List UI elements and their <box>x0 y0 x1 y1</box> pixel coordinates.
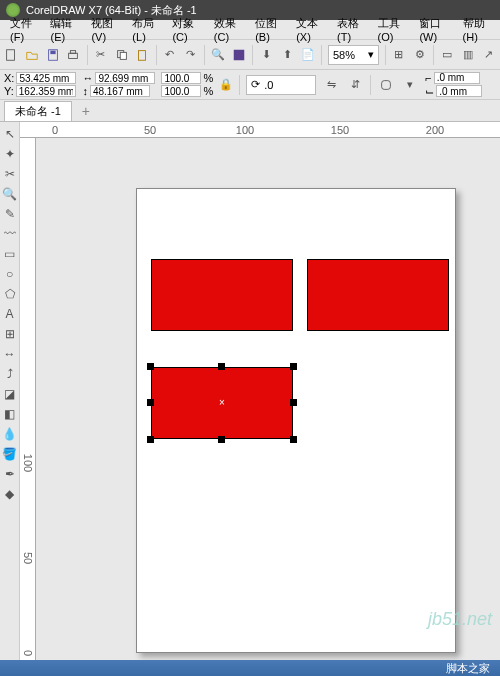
shape-rectangle-1[interactable] <box>151 259 293 331</box>
rotation-input[interactable]: ⟳.0 <box>246 75 316 95</box>
scale-x-input[interactable] <box>161 72 201 84</box>
open-icon[interactable] <box>25 46 40 64</box>
svg-rect-3 <box>69 53 78 58</box>
menu-help[interactable]: 帮助(H) <box>457 14 496 45</box>
mirror-v-icon[interactable]: ⇵ <box>346 76 364 94</box>
handle-bm[interactable] <box>218 436 225 443</box>
ellipse-tool-icon[interactable]: ○ <box>2 266 18 282</box>
pick-tool-icon[interactable]: ↖ <box>2 126 18 142</box>
menu-tools[interactable]: 工具(O) <box>372 14 412 45</box>
footer-bar: 脚本之家 <box>0 660 500 676</box>
handle-br[interactable] <box>290 436 297 443</box>
menu-window[interactable]: 窗口(W) <box>413 14 454 45</box>
corner-tl-input[interactable] <box>434 72 480 84</box>
handle-tl[interactable] <box>147 363 154 370</box>
dimension-tool-icon[interactable]: ↔ <box>2 346 18 362</box>
menu-layout[interactable]: 布局(L) <box>126 14 164 45</box>
height-input[interactable] <box>90 85 150 97</box>
rotate-icon: ⟳ <box>251 78 260 91</box>
lock-ratio-icon[interactable]: 🔒 <box>219 78 233 92</box>
connector-tool-icon[interactable]: ⤴ <box>2 366 18 382</box>
snap-icon[interactable]: ⊞ <box>392 46 407 64</box>
launch-icon[interactable] <box>231 46 246 64</box>
undo-icon[interactable]: ↶ <box>163 46 178 64</box>
width-icon: ↔ <box>82 72 93 84</box>
separator <box>156 45 157 65</box>
eyedropper-tool-icon[interactable]: 💧 <box>2 426 18 442</box>
print-icon[interactable] <box>66 46 81 64</box>
menu-edit[interactable]: 编辑(E) <box>44 14 83 45</box>
menu-file[interactable]: 文件(F) <box>4 14 42 45</box>
zoom-level[interactable]: 58%▾ <box>328 45 379 65</box>
align-icon[interactable]: ▭ <box>440 46 455 64</box>
height-icon: ↕ <box>82 85 88 97</box>
position-group: X: Y: <box>4 72 76 97</box>
mirror-h-icon[interactable]: ⇋ <box>322 76 340 94</box>
scale-group: % % <box>161 72 213 97</box>
selection-center-icon[interactable]: × <box>218 399 226 407</box>
handle-mr[interactable] <box>290 399 297 406</box>
save-icon[interactable] <box>45 46 60 64</box>
handle-tr[interactable] <box>290 363 297 370</box>
text-tool-icon[interactable]: A <box>2 306 18 322</box>
watermark: jb51.net <box>428 609 492 630</box>
table-tool-icon[interactable]: ⊞ <box>2 326 18 342</box>
separator <box>321 45 322 65</box>
polygon-tool-icon[interactable]: ⬠ <box>2 286 18 302</box>
menu-table[interactable]: 表格(T) <box>331 14 369 45</box>
menu-effects[interactable]: 效果(C) <box>208 14 247 45</box>
handle-bl[interactable] <box>147 436 154 443</box>
new-icon[interactable] <box>4 46 19 64</box>
import-icon[interactable]: ⬇ <box>259 46 274 64</box>
menu-object[interactable]: 对象(C) <box>166 14 205 45</box>
svg-rect-6 <box>120 52 126 59</box>
fill2-tool-icon[interactable]: ◆ <box>2 486 18 502</box>
svg-rect-0 <box>7 49 15 60</box>
crop-tool-icon[interactable]: ✂ <box>2 166 18 182</box>
freehand-tool-icon[interactable]: ✎ <box>2 206 18 222</box>
corner2-icon[interactable]: ▾ <box>401 76 419 94</box>
corner-bl-input[interactable] <box>436 85 482 97</box>
canvas[interactable]: × jb51.net <box>36 138 500 660</box>
corner-radius-group: ⌐ ⌙ <box>425 72 482 98</box>
shape-tool-icon[interactable]: ✦ <box>2 146 18 162</box>
x-input[interactable] <box>16 72 76 84</box>
fill-tool-icon[interactable]: 🪣 <box>2 446 18 462</box>
corner-icon[interactable] <box>377 76 395 94</box>
handle-ml[interactable] <box>147 399 154 406</box>
menu-text[interactable]: 文本(X) <box>290 14 329 45</box>
redo-icon[interactable]: ↷ <box>183 46 198 64</box>
width-input[interactable] <box>95 72 155 84</box>
toolbox: ↖ ✦ ✂ 🔍 ✎ 〰 ▭ ○ ⬠ A ⊞ ↔ ⤴ ◪ ◧ 💧 🪣 ✒ ◆ <box>0 122 20 660</box>
corner-bl-icon: ⌙ <box>425 85 434 98</box>
page: × <box>136 188 456 653</box>
cut-icon[interactable]: ✂ <box>94 46 109 64</box>
artistic-tool-icon[interactable]: 〰 <box>2 226 18 242</box>
launch2-icon[interactable]: ↗ <box>481 46 496 64</box>
selection-handles: × <box>151 367 293 439</box>
options-icon[interactable]: ⚙ <box>412 46 427 64</box>
scale-y-input[interactable] <box>161 85 201 97</box>
distribute-icon[interactable]: ▥ <box>461 46 476 64</box>
transparency-tool-icon[interactable]: ◧ <box>2 406 18 422</box>
publish-icon[interactable]: 📄 <box>300 46 315 64</box>
zoom-tool-icon[interactable]: 🔍 <box>2 186 18 202</box>
paste-icon[interactable] <box>135 46 150 64</box>
separator <box>204 45 205 65</box>
corner-tl-icon: ⌐ <box>425 72 431 84</box>
new-tab-button[interactable]: + <box>76 103 96 119</box>
y-input[interactable] <box>16 85 76 97</box>
ruler-horizontal: 0 50 100 150 200 <box>20 122 500 138</box>
handle-tm[interactable] <box>218 363 225 370</box>
document-tab[interactable]: 未命名 -1 <box>4 101 72 121</box>
menu-bitmap[interactable]: 位图(B) <box>249 14 288 45</box>
shape-rectangle-2[interactable] <box>307 259 449 331</box>
dropshadow-tool-icon[interactable]: ◪ <box>2 386 18 402</box>
outline-tool-icon[interactable]: ✒ <box>2 466 18 482</box>
rectangle-tool-icon[interactable]: ▭ <box>2 246 18 262</box>
search-icon[interactable]: 🔍 <box>211 46 226 64</box>
size-group: ↔ ↕ <box>82 72 155 97</box>
export-icon[interactable]: ⬆ <box>280 46 295 64</box>
copy-icon[interactable] <box>114 46 129 64</box>
menu-view[interactable]: 视图(V) <box>85 14 124 45</box>
